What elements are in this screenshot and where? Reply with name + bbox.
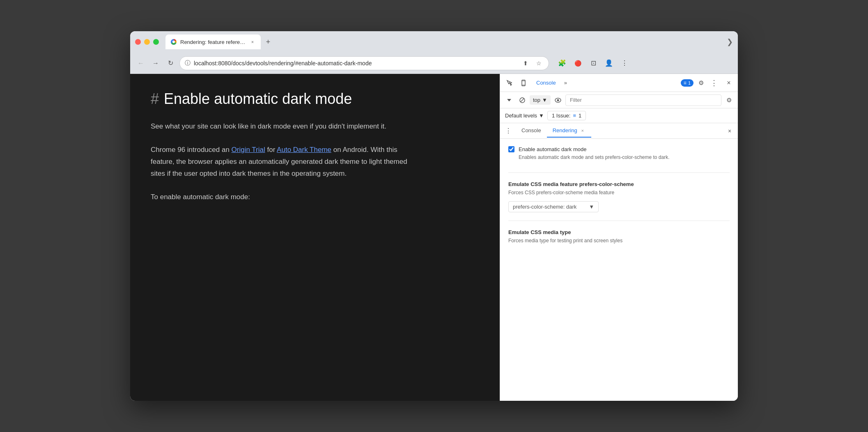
default-levels-button[interactable]: Default levels ▼	[505, 113, 544, 119]
device-icon	[520, 80, 527, 86]
address-bar-input[interactable]: ⓘ localhost:8080/docs/devtools/rendering…	[179, 56, 549, 70]
context-chevron-icon: ▼	[542, 97, 547, 103]
more-tabs-button[interactable]: »	[563, 78, 569, 87]
badge-count: 1	[688, 80, 691, 85]
media-type-title: Emulate CSS media type	[508, 229, 730, 235]
dark-mode-checkbox-row: Enable automatic dark mode Enables autom…	[508, 145, 730, 161]
traffic-lights	[135, 39, 159, 45]
rendering-panel-tab[interactable]: Rendering ×	[547, 124, 591, 138]
issue-label: 1 Issue:	[552, 113, 571, 119]
address-text: localhost:8080/docs/devtools/rendering/#…	[194, 60, 517, 67]
rendering-panel-label: Rendering	[553, 127, 577, 133]
console-bar: top ▼ ⚙	[500, 92, 738, 108]
devtools-panel: Console » ≡ 1 ⚙ ⋮ ×	[500, 74, 738, 401]
rendering-tab-close-button[interactable]: ×	[580, 128, 586, 133]
inspect-element-button[interactable]	[503, 77, 516, 89]
auto-dark-theme-link[interactable]: Auto Dark Theme	[277, 146, 331, 154]
panel-close-button[interactable]: ×	[725, 126, 735, 136]
dark-mode-desc: Enables automatic dark mode and sets pre…	[519, 154, 670, 161]
new-tab-button[interactable]: +	[262, 36, 274, 48]
default-levels-chevron-icon: ▼	[539, 113, 544, 119]
para3-text: To enable automatic dark mode:	[151, 193, 250, 201]
dark-mode-title: Enable automatic dark mode	[519, 146, 586, 152]
default-levels-label: Default levels	[505, 113, 537, 119]
devtools-menu-button[interactable]: ⋮	[708, 77, 720, 89]
svg-line-8	[521, 99, 524, 102]
color-scheme-value: prefers-color-scheme: dark	[513, 204, 576, 210]
issues-bar: Default levels ▼ 1 Issue: ≡ 1	[500, 108, 738, 123]
dark-mode-label: Enable automatic dark mode Enables autom…	[519, 145, 670, 161]
inspect-icon	[506, 80, 513, 86]
dark-mode-checkbox[interactable]	[508, 146, 514, 152]
page-para-1: See what your site can look like in dark…	[151, 121, 413, 133]
page-para-2: Chrome 96 introduced an Origin Trial for…	[151, 144, 413, 180]
window-chevron-icon[interactable]: ❯	[727, 37, 733, 46]
content-area: # Enable automatic dark mode See what yo…	[130, 74, 738, 401]
page-heading-text: Enable automatic dark mode	[164, 90, 352, 108]
sidebar-icon	[506, 97, 512, 103]
refresh-button[interactable]: ↻	[165, 57, 176, 69]
maximize-window-button[interactable]	[153, 39, 159, 45]
badge-icon: ≡	[684, 80, 687, 86]
context-selector[interactable]: top ▼	[530, 95, 551, 105]
panel-tab-bar: ⋮ Console Rendering × ×	[500, 123, 738, 139]
chrome-menu-button[interactable]: ⋮	[618, 57, 631, 70]
para1-text: See what your site can look like in dark…	[151, 122, 386, 130]
devtools-close-button[interactable]: ×	[723, 77, 735, 89]
color-scheme-section: Emulate CSS media feature prefers-color-…	[508, 181, 730, 221]
tab-split-button[interactable]: ⊡	[587, 57, 600, 70]
console-panel-tab-secondary[interactable]: Console	[516, 124, 547, 138]
title-bar: Rendering: feature reference - × + ❯	[130, 31, 738, 53]
title-bar-right: ❯	[727, 37, 733, 46]
svg-point-2	[172, 41, 175, 43]
para2-middle: for	[265, 146, 277, 154]
color-scheme-dropdown[interactable]: prefers-color-scheme: dark ▼	[508, 201, 599, 212]
devtools-top-bar: Console » ≡ 1 ⚙ ⋮ ×	[500, 74, 738, 92]
share-button[interactable]: ⬆	[521, 58, 530, 68]
device-toolbar-button[interactable]	[517, 77, 530, 89]
close-window-button[interactable]	[135, 39, 141, 45]
panel-dots-menu[interactable]: ⋮	[503, 126, 513, 136]
issues-count-badge[interactable]: ≡ 1	[681, 79, 693, 87]
minimize-window-button[interactable]	[144, 39, 150, 45]
para2-prefix: Chrome 96 introduced an	[151, 146, 232, 154]
media-type-desc: Forces media type for testing print and …	[508, 237, 730, 244]
hash-symbol: #	[151, 90, 159, 108]
bookmark-button[interactable]: ☆	[534, 58, 544, 68]
sidebar-toggle-button[interactable]	[503, 94, 515, 106]
back-button[interactable]: ←	[135, 57, 147, 69]
color-scheme-desc: Forces CSS prefers-color-scheme media fe…	[508, 189, 730, 196]
svg-marker-6	[507, 99, 511, 101]
issue-badge-count: 1	[579, 113, 581, 119]
extensions-button[interactable]: 🧩	[556, 57, 569, 70]
svg-point-10	[557, 99, 559, 101]
tab-area: Rendering: feature reference - × +	[165, 34, 723, 49]
media-type-section: Emulate CSS media type Forces media type…	[508, 229, 730, 257]
dropdown-arrow-icon: ▼	[589, 204, 594, 210]
tab-close-button[interactable]: ×	[249, 39, 256, 45]
forward-button[interactable]: →	[150, 57, 161, 69]
browser-tab-active[interactable]: Rendering: feature reference - ×	[165, 34, 261, 49]
origin-trial-link[interactable]: Origin Trial	[232, 146, 265, 154]
eye-button[interactable]	[552, 94, 564, 106]
eye-icon	[555, 98, 561, 103]
devtools-settings-button[interactable]: ⚙	[695, 77, 707, 89]
filter-input[interactable]	[565, 94, 721, 106]
page-heading: # Enable automatic dark mode	[151, 90, 479, 108]
issue-badge-icon: ≡	[573, 113, 576, 119]
tab-label: Rendering: feature reference -	[180, 39, 246, 45]
rendering-panel-content: Enable automatic dark mode Enables autom…	[500, 139, 738, 401]
browser-window: Rendering: feature reference - × + ❯ ← →…	[130, 31, 738, 401]
block-icon	[519, 97, 525, 103]
cast-button[interactable]: 🔴	[571, 57, 584, 70]
clear-console-button[interactable]	[517, 94, 528, 106]
avatar-button[interactable]: 👤	[602, 57, 615, 70]
page-content: # Enable automatic dark mode See what yo…	[130, 74, 500, 401]
issues-badge[interactable]: 1 Issue: ≡ 1	[547, 111, 586, 120]
toolbar-buttons: 🧩 🔴 ⊡ 👤 ⋮	[556, 57, 631, 70]
console-settings-button[interactable]: ⚙	[723, 94, 735, 106]
console-panel-label: Console	[521, 127, 541, 133]
chrome-favicon-icon	[170, 39, 177, 45]
console-panel-tab[interactable]: Console	[531, 77, 561, 88]
info-icon: ⓘ	[185, 60, 191, 67]
